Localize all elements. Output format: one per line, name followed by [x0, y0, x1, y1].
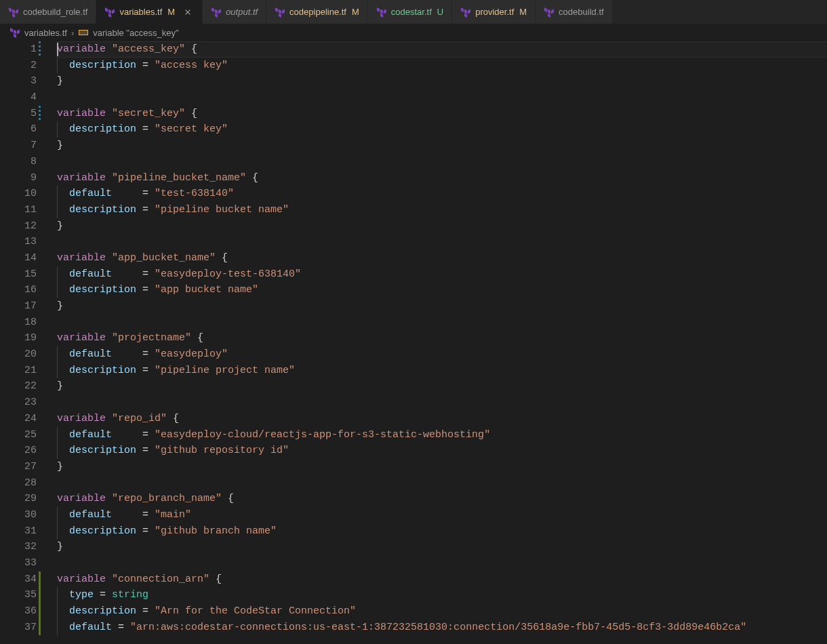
line-content: variable "app_bucket_name" {	[57, 250, 228, 266]
code-line[interactable]: description = "pipeline project name"	[57, 363, 827, 379]
svg-marker-6	[112, 9, 115, 14]
line-number: 1	[0, 41, 37, 58]
svg-marker-23	[464, 13, 467, 18]
indent-guide	[57, 202, 58, 218]
code-line[interactable]: description = "github branch name"	[57, 523, 827, 540]
code-line[interactable]: description = "github repository id"	[57, 443, 827, 459]
line-content: default = "main"	[57, 507, 191, 523]
line-number: 22	[0, 378, 37, 395]
line-number: 3	[0, 73, 37, 89]
line-number: 5	[0, 106, 37, 122]
terraform-icon	[104, 7, 115, 18]
indent-guide	[57, 603, 58, 620]
indent-guide	[57, 121, 58, 138]
terraform-icon	[275, 7, 285, 18]
code-line[interactable]: description = "Arn for the CodeStar Conn…	[57, 603, 827, 620]
code-line[interactable]: default = "easydeploy"	[57, 346, 827, 363]
tab-label: codepipeline.tf	[289, 7, 346, 17]
code-line[interactable]: variable "secret_key" {	[57, 106, 827, 122]
code-line[interactable]: variable "repo_branch_name" {	[57, 491, 827, 507]
code-line[interactable]: }	[57, 138, 827, 154]
code-line[interactable]	[57, 89, 827, 106]
code-line[interactable]: }	[57, 378, 827, 395]
line-number: 14	[0, 250, 37, 266]
indent-guide	[57, 427, 58, 443]
code-line[interactable]: variable "access_key" {	[57, 41, 827, 58]
code-line[interactable]: description = "app bucket name"	[57, 282, 827, 298]
line-number: 30	[0, 507, 37, 523]
terraform-icon	[9, 27, 20, 38]
code-line[interactable]: description = "access key"	[57, 58, 827, 74]
symbol-variable-icon	[78, 27, 89, 38]
tab-codebuild-tf[interactable]: codebuild.tf	[536, 0, 613, 24]
code-line[interactable]: variable "pipeline_bucket_name" {	[57, 170, 827, 186]
code-line[interactable]: }	[57, 459, 827, 475]
line-content: variable "secret_key" {	[57, 106, 197, 122]
line-number: 18	[0, 315, 37, 331]
line-number: 26	[0, 443, 37, 459]
line-number-gutter: 1234567891011121314151617181920212223242…	[0, 41, 42, 644]
code-area[interactable]: variable "access_key" { description = "a…	[42, 41, 827, 644]
code-line[interactable]	[57, 555, 827, 571]
line-number: 32	[0, 539, 37, 555]
code-line[interactable]	[57, 475, 827, 491]
code-line[interactable]: default = "easydeploy-test-638140"	[57, 266, 827, 283]
line-content: default = "easydeploy-test-638140"	[57, 266, 301, 283]
tab-codepipeline-tf[interactable]: codepipeline.tfM	[266, 0, 368, 24]
code-line[interactable]: variable "connection_arn" {	[57, 571, 827, 588]
line-content: default = "easydeploy-cloud/reactjs-app-…	[57, 427, 490, 443]
svg-marker-15	[279, 13, 281, 18]
editor[interactable]: 1234567891011121314151617181920212223242…	[0, 41, 827, 644]
tab-codestar-tf[interactable]: codestar.tfU	[368, 0, 452, 24]
code-line[interactable]: default = "easydeploy-cloud/reactjs-app-…	[57, 427, 827, 443]
code-line[interactable]: default = "main"	[57, 507, 827, 523]
terraform-icon	[544, 7, 554, 18]
line-content: description = "github repository id"	[57, 443, 289, 459]
code-line[interactable]: type = string	[57, 587, 827, 603]
git-gutter-added	[39, 587, 41, 603]
indent-guide	[57, 282, 58, 298]
git-gutter-modified	[39, 41, 41, 58]
code-line[interactable]: }	[57, 539, 827, 555]
line-number: 24	[0, 411, 37, 427]
code-line[interactable]: default = "arn:aws:codestar-connections:…	[57, 620, 827, 636]
line-number: 16	[0, 282, 37, 298]
code-line[interactable]	[57, 395, 827, 411]
svg-marker-28	[10, 28, 13, 33]
code-line[interactable]: description = "pipeline bucket name"	[57, 202, 827, 218]
indent-guide	[57, 587, 58, 603]
code-line[interactable]	[57, 234, 827, 250]
code-line[interactable]	[57, 315, 827, 331]
git-gutter-added	[39, 603, 41, 620]
code-line[interactable]: }	[57, 73, 827, 89]
tab-output-tf[interactable]: output.tf	[203, 0, 266, 24]
tab-provider-tf[interactable]: provider.tfM	[452, 0, 536, 24]
line-content: }	[57, 378, 63, 395]
line-number: 23	[0, 395, 37, 411]
svg-marker-10	[218, 9, 221, 14]
breadcrumb-symbol[interactable]: variable "access_key"	[93, 28, 178, 38]
code-line[interactable]: variable "projectname" {	[57, 330, 827, 346]
line-number: 27	[0, 459, 37, 475]
line-number: 10	[0, 186, 37, 202]
breadcrumb-file[interactable]: variables.tf	[24, 28, 67, 38]
code-line[interactable]: default = "test-638140"	[57, 186, 827, 202]
code-line[interactable]: }	[57, 218, 827, 235]
line-content: description = "pipeline project name"	[57, 363, 295, 379]
git-gutter-added	[39, 571, 41, 588]
svg-marker-20	[461, 7, 464, 12]
code-line[interactable]: variable "app_bucket_name" {	[57, 250, 827, 266]
code-line[interactable]: }	[57, 298, 827, 315]
close-icon[interactable]	[182, 6, 194, 18]
line-number: 13	[0, 234, 37, 250]
code-line[interactable]	[57, 154, 827, 170]
code-line[interactable]: description = "secret key"	[57, 121, 827, 138]
terraform-icon	[460, 7, 471, 18]
code-line[interactable]: variable "repo_id" {	[57, 411, 827, 427]
indent-guide	[57, 346, 58, 363]
tab-codebuild_role-tf[interactable]: codebuild_role.tf	[0, 0, 96, 24]
line-content: description = "pipeline bucket name"	[57, 202, 289, 218]
breadcrumbs: variables.tf › variable "access_key"	[0, 24, 827, 41]
git-status-badge: U	[437, 7, 443, 17]
tab-variables-tf[interactable]: variables.tfM	[96, 0, 203, 24]
